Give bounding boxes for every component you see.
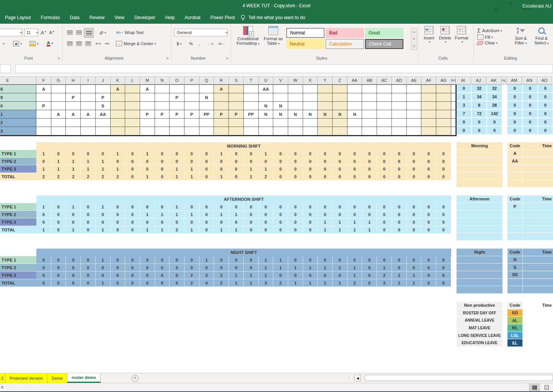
shift-cell[interactable]: 0: [273, 150, 288, 158]
shift-cell[interactable]: 2: [51, 173, 66, 181]
fill-button[interactable]: ↓Fill▾: [477, 34, 502, 40]
shift-cell[interactable]: 0: [66, 264, 81, 272]
shift-cell[interactable]: 0: [229, 203, 244, 211]
shift-cell[interactable]: 0: [125, 211, 140, 218]
time-cell[interactable]: [523, 279, 553, 286]
non-productive-label[interactable]: LONG SERVICE LEAVE: [457, 332, 502, 340]
shift-cell[interactable]: 1: [407, 279, 422, 287]
shift-cell[interactable]: 0: [140, 256, 155, 264]
total-cell[interactable]: 0: [523, 127, 538, 135]
shift-cell[interactable]: 0: [170, 279, 184, 287]
shift-cell[interactable]: 0: [51, 256, 66, 264]
shift-cell[interactable]: 1: [214, 173, 229, 181]
shift-cell[interactable]: 0: [81, 256, 96, 264]
time-cell[interactable]: [523, 286, 553, 293]
shift-cell[interactable]: 0: [259, 203, 274, 211]
day-cell[interactable]: N: [199, 93, 214, 102]
time-header[interactable]: Time: [523, 195, 553, 203]
total-cell[interactable]: 0: [538, 85, 553, 93]
shift-cell[interactable]: 0: [125, 158, 140, 165]
horizontal-scrollbar[interactable]: [365, 375, 553, 381]
time-cell[interactable]: [523, 172, 553, 180]
day-cell[interactable]: P: [36, 102, 51, 110]
day-cell[interactable]: PP: [244, 110, 259, 119]
underline-button[interactable]: ▾: [0, 40, 7, 47]
menu-tab-review[interactable]: Review: [85, 11, 109, 24]
name-box[interactable]: [0, 64, 11, 73]
name-cell[interactable]: 1: [0, 110, 36, 119]
shift-row-label[interactable]: TOTAL: [0, 279, 36, 287]
time-cell[interactable]: [523, 203, 553, 210]
shift-cell[interactable]: 1: [244, 279, 259, 287]
scroll-left-button[interactable]: ◀: [354, 375, 361, 381]
shift-cell[interactable]: 0: [318, 173, 333, 181]
shift-cell[interactable]: 0: [436, 173, 451, 181]
total-cell[interactable]: 0: [523, 93, 538, 101]
shift-cell[interactable]: 0: [229, 173, 244, 181]
sort-filter-button[interactable]: AZ Sort & Filter▾: [511, 26, 531, 45]
shift-cell[interactable]: 0: [392, 218, 407, 226]
sheet-tab-protected-version[interactable]: Protected Version: [5, 373, 47, 383]
shift-cell[interactable]: 2: [170, 226, 184, 234]
shift-cell[interactable]: 0: [36, 279, 51, 287]
day-cell[interactable]: [333, 102, 347, 110]
menu-tab-page-layout[interactable]: Page Layout: [0, 11, 36, 24]
shift-cell[interactable]: 0: [273, 158, 288, 165]
day-cell[interactable]: [318, 93, 333, 102]
font-size-combobox[interactable]: 11▾: [24, 29, 38, 36]
shift-cell[interactable]: 0: [273, 272, 288, 279]
total-cell[interactable]: 0: [507, 127, 523, 135]
shift-cell[interactable]: 0: [362, 279, 377, 287]
shift-cell[interactable]: 1: [273, 256, 288, 264]
day-cell[interactable]: [392, 110, 407, 119]
day-cell[interactable]: [229, 127, 244, 135]
code-cell[interactable]: AA: [507, 157, 523, 164]
shift-cell[interactable]: 0: [36, 264, 51, 272]
day-cell[interactable]: [140, 119, 155, 127]
shift-cell[interactable]: 1: [66, 203, 81, 211]
day-cell[interactable]: [125, 110, 140, 119]
day-cell[interactable]: N: [303, 110, 318, 119]
day-cell[interactable]: [392, 119, 407, 127]
day-cell[interactable]: [288, 85, 303, 93]
day-cell[interactable]: [184, 102, 199, 110]
menu-tab-developer[interactable]: Developer: [129, 11, 160, 24]
decrease-indent-button[interactable]: ⇤≡: [95, 40, 102, 47]
day-cell[interactable]: AA: [259, 85, 274, 93]
shift-cell[interactable]: 0: [155, 158, 170, 165]
shift-cell[interactable]: 0: [111, 279, 126, 287]
shift-cell[interactable]: 0: [436, 226, 451, 234]
shift-cell[interactable]: 0: [362, 150, 377, 158]
increase-font-size-button[interactable]: A▲: [40, 29, 47, 36]
legend-empty-cell[interactable]: [457, 203, 502, 211]
shift-cell[interactable]: 0: [51, 218, 66, 226]
shift-cell[interactable]: 0: [81, 218, 96, 226]
shift-cell[interactable]: 0: [377, 218, 392, 226]
total-cell[interactable]: 0: [523, 101, 538, 110]
shift-cell[interactable]: 0: [288, 272, 303, 279]
shift-cell[interactable]: 0: [81, 226, 96, 234]
shift-cell[interactable]: 1: [229, 211, 244, 218]
time-cell[interactable]: [523, 150, 553, 157]
code-header[interactable]: Code: [507, 302, 523, 309]
shift-cell[interactable]: 0: [333, 150, 347, 158]
shift-cell[interactable]: 0: [288, 211, 303, 218]
day-cell[interactable]: [51, 119, 66, 127]
shift-cell[interactable]: 0: [111, 256, 126, 264]
shift-cell[interactable]: 0: [51, 226, 66, 234]
time-cell[interactable]: [523, 332, 553, 339]
day-cell[interactable]: [421, 93, 436, 102]
day-cell[interactable]: [377, 85, 392, 93]
shift-cell[interactable]: 0: [81, 203, 96, 211]
shift-cell[interactable]: 1: [214, 226, 229, 234]
shift-cell[interactable]: 0: [140, 218, 155, 226]
shift-cell[interactable]: 0: [436, 211, 451, 218]
shift-cell[interactable]: 1: [170, 203, 184, 211]
day-cell[interactable]: [407, 85, 422, 93]
shift-cell[interactable]: 0: [170, 264, 184, 272]
column-header-AG[interactable]: AG: [436, 76, 451, 85]
legend-empty-cell[interactable]: [457, 218, 502, 226]
shift-cell[interactable]: 1: [259, 165, 274, 173]
shift-cell[interactable]: 0: [333, 173, 347, 181]
total-cell[interactable]: 0: [538, 93, 553, 101]
